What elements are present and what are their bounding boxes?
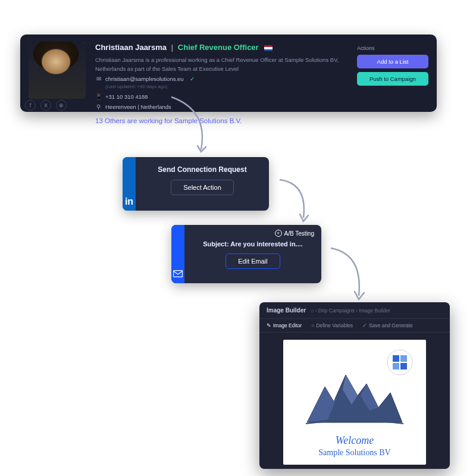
email-step-body: + A/B Testing Subject: Are you intereste…	[184, 225, 321, 283]
contact-name: Christiaan Jaarsma	[95, 43, 167, 52]
social-icons: f X ⊕	[25, 100, 67, 111]
push-to-campaign-button[interactable]: Push to Campaign	[357, 72, 428, 86]
tab-image-editor-label: Image Editor	[273, 322, 302, 328]
phone-icon: 📱	[95, 93, 102, 100]
name-line: Christiaan Jaarsma | Chief Revenue Offic…	[95, 42, 357, 54]
svg-rect-0	[174, 271, 183, 277]
email-step-card: + A/B Testing Subject: Are you intereste…	[171, 225, 321, 283]
company-text: Sample Solutions BV	[318, 448, 390, 458]
add-to-list-button[interactable]: Add to a List	[357, 55, 428, 68]
image-builder-tabs: ✎ Image Editor ○ Define Variables ✓ Save…	[259, 319, 450, 333]
profile-card: Christiaan Jaarsma | Chief Revenue Offic…	[20, 35, 437, 112]
avatar	[29, 42, 86, 99]
tab-save-generate-label: Save and Generate	[369, 322, 413, 328]
email-stripe	[171, 225, 184, 283]
svg-rect-3	[400, 355, 407, 362]
profile-info: Christiaan Jaarsma | Chief Revenue Offic…	[86, 42, 357, 105]
tab-define-variables-label: Define Variables	[316, 322, 353, 328]
image-builder-header: Image Builder ⌂ › Drip Campaigns › Image…	[259, 302, 450, 319]
arrow-3-icon	[326, 241, 380, 303]
location-value: Heerenveen | Netherlands	[105, 102, 171, 111]
svg-rect-4	[393, 363, 399, 369]
linkedin-step-body: Send Connection Request Select Action	[136, 157, 269, 211]
tab-image-editor[interactable]: ✎ Image Editor	[267, 322, 302, 328]
ab-testing-label: A/B Testing	[284, 230, 314, 237]
linkedin-stripe: in	[123, 157, 136, 211]
actions-panel: Actions Add to a List Push to Campaign	[357, 42, 428, 105]
location-row: ⚲ Heerenveen | Netherlands	[95, 102, 357, 111]
svg-point-1	[387, 350, 412, 375]
company-logo-icon	[387, 349, 413, 375]
verified-icon: ✓	[190, 74, 195, 83]
last-updated: (Last updated: +90 days ago)	[105, 83, 357, 91]
phone-value: +31 10 310 4188	[105, 92, 148, 101]
linkedin-icon: in	[125, 196, 133, 207]
location-icon: ⚲	[95, 104, 102, 110]
edit-email-button[interactable]: Edit Email	[226, 253, 280, 269]
select-action-button[interactable]: Select Action	[171, 180, 234, 195]
tab-save-generate[interactable]: ✓ Save and Generate	[362, 322, 413, 328]
xing-icon[interactable]: X	[40, 100, 51, 111]
netherlands-flag-icon	[264, 45, 273, 51]
svg-rect-5	[400, 363, 407, 369]
arrow-2-icon	[275, 173, 322, 226]
email-value: christiaan@samplesolutions.eu	[105, 74, 184, 83]
actions-label: Actions	[357, 45, 428, 51]
facebook-icon[interactable]: f	[25, 100, 36, 111]
breadcrumb[interactable]: ⌂ › Drip Campaigns › Image Builder	[311, 308, 390, 314]
contact-title: Chief Revenue Officer	[178, 43, 259, 52]
pipe: |	[171, 43, 174, 52]
image-canvas[interactable]: Welcome Sample Solutions BV	[283, 340, 426, 465]
email-row: ✉ christiaan@samplesolutions.eu ✓	[95, 74, 357, 83]
ab-testing-link[interactable]: + A/B Testing	[275, 230, 314, 237]
linkedin-step-card: in Send Connection Request Select Action	[123, 157, 269, 211]
svg-rect-2	[393, 355, 399, 362]
email-subject: Subject: Are you interested in....	[196, 240, 309, 248]
email-step-icon	[173, 269, 183, 280]
phone-row: 📱 +31 10 310 4188	[95, 92, 357, 101]
email-icon: ✉	[95, 76, 102, 82]
website-icon[interactable]: ⊕	[56, 100, 67, 111]
tab-define-variables[interactable]: ○ Define Variables	[311, 322, 353, 328]
image-builder-title: Image Builder	[267, 307, 306, 314]
plus-icon: +	[275, 230, 282, 237]
image-builder-window: Image Builder ⌂ › Drip Campaigns › Image…	[259, 302, 450, 469]
linkedin-step-title: Send Connection Request	[148, 165, 257, 174]
others-link[interactable]: 13 Others are working for Sample Solutio…	[95, 115, 357, 126]
welcome-text: Welcome	[336, 434, 374, 447]
contact-bio: Christiaan Jaarsma is a professional wor…	[95, 55, 357, 73]
